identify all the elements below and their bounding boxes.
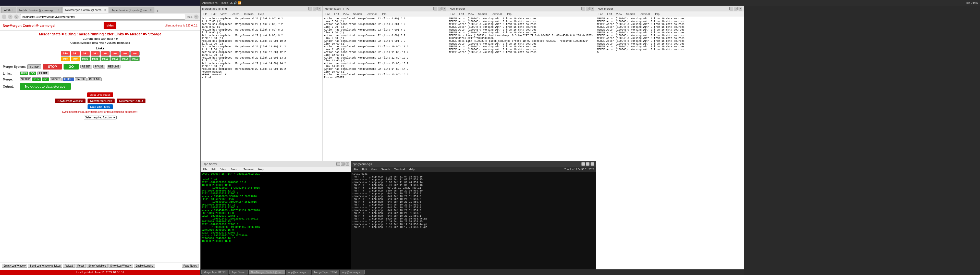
menu-help-nmr[interactable]: Help xyxy=(653,12,660,16)
tab-close-newmerger[interactable]: × xyxy=(104,9,106,11)
new-tab-button[interactable]: + xyxy=(155,9,160,13)
link-btn-3[interactable]: lnk3 xyxy=(91,51,100,56)
system-func-dropdown[interactable]: Select required function xyxy=(84,115,117,119)
close-ts[interactable]: × xyxy=(345,162,349,166)
menu-edit-nm[interactable]: Edit xyxy=(458,12,465,16)
merge-run-button[interactable]: RUN xyxy=(32,77,41,81)
menu-edit[interactable]: Edit xyxy=(211,12,217,16)
close-nmr[interactable]: × xyxy=(738,7,742,10)
applications-menu[interactable]: Applications xyxy=(202,1,218,4)
link-btn-5[interactable]: lnk5 xyxy=(110,51,120,56)
address-input[interactable] xyxy=(20,14,185,20)
enable-logging-button[interactable]: Enable Logging xyxy=(134,264,156,268)
back-button[interactable]: ‹ xyxy=(2,14,6,19)
taskbar-item-mergertape1[interactable]: MergerTape HTTPd xyxy=(201,270,228,275)
maximize-button-r[interactable]: □ xyxy=(438,7,442,10)
bookmark-button[interactable]: ☆ xyxy=(194,14,199,19)
link-btn-2[interactable]: lnk2 xyxy=(81,51,90,56)
menu-file-r[interactable]: File xyxy=(325,12,331,16)
data-link-status-button[interactable]: Data Link Status xyxy=(87,92,113,97)
link-btn-8[interactable]: lnk8 xyxy=(61,57,70,61)
menu-edit-ts[interactable]: Edit xyxy=(211,168,217,171)
merge-flush-button[interactable]: FLUSH xyxy=(62,77,74,81)
menu-search-nmr[interactable]: Search xyxy=(625,12,636,16)
close-button-r[interactable]: × xyxy=(442,7,446,10)
taskbar-item-tape[interactable]: Tape Server xyxy=(229,270,248,275)
menu-help-r[interactable]: Help xyxy=(380,12,387,16)
minimize-ts[interactable]: _ xyxy=(336,162,340,166)
menu-search-npp[interactable]: Search xyxy=(380,168,391,171)
menu-terminal-r[interactable]: Terminal xyxy=(365,12,377,16)
forward-button[interactable]: › xyxy=(8,14,13,19)
menu-file-nmr[interactable]: File xyxy=(598,12,604,16)
tab-netvar[interactable]: NetVar Service @ carme-go... × xyxy=(17,7,62,13)
reload-button[interactable]: ↻ xyxy=(14,14,19,19)
menu-help-nm[interactable]: Help xyxy=(505,12,512,16)
menu-edit-r[interactable]: Edit xyxy=(333,12,340,16)
menu-file-nm[interactable]: File xyxy=(450,12,456,16)
tab-aida[interactable]: AIDA × xyxy=(1,7,16,13)
menu-view-nm[interactable]: View xyxy=(467,12,475,16)
menu-terminal-nmr[interactable]: Terminal xyxy=(638,12,651,16)
show-log-button[interactable]: Show Log Window xyxy=(108,264,133,268)
taskbar-item-newmerger[interactable]: NewMerger: Control @ ca... xyxy=(249,270,285,275)
menu-search-r[interactable]: Search xyxy=(352,12,363,16)
link-btn-11[interactable]: mnk1 xyxy=(91,57,100,61)
menu-help[interactable]: Help xyxy=(258,12,265,16)
link-btn-12[interactable]: lnk12 xyxy=(100,57,110,61)
menu-view[interactable]: View xyxy=(220,12,228,16)
minimize-button[interactable]: _ xyxy=(308,7,312,10)
taskbar-item-npp1[interactable]: npp@carme-gsi:~ xyxy=(286,270,311,275)
minimize-nm[interactable]: _ xyxy=(581,7,585,10)
link-btn-0[interactable]: lnk0 xyxy=(61,51,70,56)
resume-button[interactable]: RESUME xyxy=(107,65,121,68)
pause-button[interactable]: PAUSE xyxy=(94,65,105,68)
taskbar-item-npp2[interactable]: npp@carme-gsi:~ xyxy=(340,270,365,275)
menu-view-r[interactable]: View xyxy=(342,12,350,16)
link-btn-15[interactable]: lnk15 xyxy=(130,57,140,61)
menu-file[interactable]: File xyxy=(202,12,208,16)
maximize-ts[interactable]: □ xyxy=(341,162,345,166)
link-btn-13[interactable]: lnk13 xyxy=(110,57,120,61)
menu-help-ts[interactable]: Help xyxy=(258,168,265,171)
show-vars-button[interactable]: Show Variables xyxy=(86,264,108,268)
menu-terminal-ts[interactable]: Terminal xyxy=(243,168,255,171)
newmerger-links-button[interactable]: NewMerger Links xyxy=(88,98,115,103)
close-nm[interactable]: × xyxy=(590,7,594,10)
maximize-npp[interactable]: □ xyxy=(586,162,590,166)
merge-go-button[interactable]: GO xyxy=(42,77,49,81)
link-btn-7[interactable]: lnk7 xyxy=(130,51,140,56)
menu-terminal-nm[interactable]: Terminal xyxy=(490,12,503,16)
link-btn-10[interactable]: mnk0 xyxy=(81,57,90,61)
taskbar-item-mergertape2[interactable]: MergerTape HTTPd xyxy=(312,270,339,275)
reset-button-page[interactable]: Reset xyxy=(76,264,86,268)
menu-view-nmr[interactable]: View xyxy=(615,12,623,16)
newmerger-output-button[interactable]: NewMerger Output xyxy=(117,98,145,103)
empty-log-button[interactable]: Empty Log Window xyxy=(2,264,27,268)
maximize-nmr[interactable]: □ xyxy=(734,7,738,10)
data-link-rates-button[interactable]: Data Link Rates xyxy=(88,104,113,109)
close-npp[interactable]: × xyxy=(590,162,594,166)
page-notes-button[interactable]: Page Notes xyxy=(182,264,199,268)
tab-close-tape[interactable]: × xyxy=(150,9,151,11)
tab-close-netvar[interactable]: × xyxy=(58,9,59,11)
merge-reset-button[interactable]: RESET xyxy=(50,77,62,81)
tab-close-aida[interactable]: × xyxy=(12,9,13,11)
send-log-button[interactable]: Send Log Window to ILLog xyxy=(28,264,62,268)
link-btn-9[interactable]: lnk9 xyxy=(71,57,80,61)
link-btn-6[interactable]: lnk6 xyxy=(121,51,130,56)
menu-edit-npp[interactable]: Edit xyxy=(361,168,368,171)
link-reset-button[interactable]: RESET xyxy=(37,71,49,75)
setup-button[interactable]: SETUP xyxy=(27,65,41,69)
menu-edit-nmr[interactable]: Edit xyxy=(606,12,613,16)
go-button[interactable]: GO xyxy=(64,64,79,70)
link-btn-14[interactable]: lnk14 xyxy=(121,57,130,61)
minimize-npp[interactable]: _ xyxy=(581,162,585,166)
link-go-button[interactable]: GO xyxy=(29,71,37,75)
menu-terminal[interactable]: Terminal xyxy=(243,12,255,16)
menu-file-ts[interactable]: File xyxy=(202,168,208,171)
merge-pause-button[interactable]: PAUSE xyxy=(75,77,86,81)
link-run-button[interactable]: RUN xyxy=(20,71,28,75)
stop-button[interactable]: STOP xyxy=(43,64,62,70)
menu-help-npp[interactable]: Help xyxy=(408,168,415,171)
